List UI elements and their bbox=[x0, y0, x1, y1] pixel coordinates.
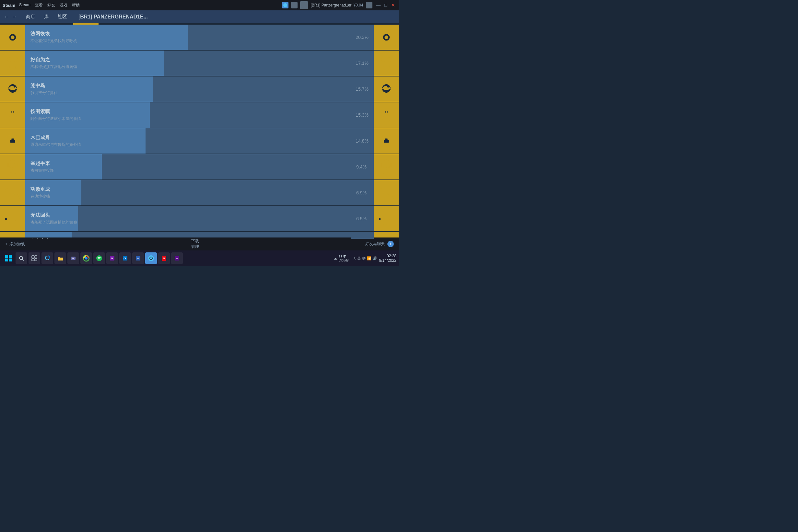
achievement-text: 木已成舟 原谅米歇尔与布鲁斯的婚外情 bbox=[25, 131, 350, 151]
menu-view[interactable]: 查看 bbox=[35, 3, 43, 8]
minimize-button[interactable]: — bbox=[375, 3, 382, 8]
add-game-button[interactable]: + 添加游戏 bbox=[5, 241, 25, 247]
friends-chat-label[interactable]: 好友与聊天 bbox=[365, 241, 385, 247]
explorer-button[interactable] bbox=[54, 252, 66, 264]
svg-line-52 bbox=[16, 112, 19, 114]
svg-rect-104 bbox=[35, 255, 37, 258]
chrome-button[interactable] bbox=[80, 252, 92, 264]
svg-line-16 bbox=[382, 40, 383, 42]
onenote-button[interactable]: N bbox=[106, 252, 118, 264]
achievement-row[interactable]: 法网恢恢 不让霍尔特兄弟找到寻呼机 20.3% bbox=[0, 25, 399, 50]
forward-button[interactable]: → bbox=[12, 14, 17, 20]
achievement-text: 法网恢恢 不让霍尔特兄弟找到寻呼机 bbox=[25, 27, 350, 47]
manage-label[interactable]: 管理 bbox=[191, 244, 199, 249]
search-button[interactable] bbox=[16, 252, 27, 264]
achievement-name: 笼中鸟 bbox=[31, 83, 345, 89]
achievement-pct: 14.8% bbox=[350, 128, 374, 154]
netflix-button[interactable]: N bbox=[158, 252, 170, 264]
menu-help[interactable]: 帮助 bbox=[72, 3, 80, 8]
svg-rect-103 bbox=[32, 255, 34, 258]
achievement-text: 自由之身 护林员让杰逃到加拿大 bbox=[25, 235, 351, 239]
steam-taskbar-button[interactable] bbox=[145, 252, 157, 264]
teams-button[interactable]: M bbox=[68, 252, 79, 264]
achievement-row[interactable]: 无法回头 杰杀死了试图逮捕他的警察 6.5% bbox=[0, 206, 399, 231]
maximize-button[interactable]: □ bbox=[384, 3, 389, 8]
tab-library[interactable]: 库 bbox=[40, 13, 53, 21]
svg-rect-61 bbox=[384, 140, 389, 142]
spotify-button[interactable] bbox=[93, 252, 105, 264]
svg-point-56 bbox=[387, 111, 388, 113]
top-accent bbox=[73, 23, 98, 25]
achievement-row[interactable]: 按图索骥 阿什向丹特透露小木屋的事情 15.3% bbox=[0, 102, 399, 128]
date: 8/14/2022 bbox=[379, 258, 396, 263]
svg-line-51 bbox=[6, 112, 9, 114]
mail-icon[interactable] bbox=[366, 2, 372, 8]
temperature: 63°F bbox=[338, 255, 349, 259]
time: 02:28 bbox=[379, 254, 396, 258]
achievement-row[interactable]: 木已成舟 原谅米歇尔与布鲁斯的婚外情 14.8% bbox=[0, 128, 399, 154]
achievement-row[interactable]: 笼中鸟 莎朋被丹特抓住 15.7% bbox=[0, 76, 399, 102]
back-button[interactable]: ← bbox=[4, 14, 9, 20]
nav-tabs: 商店 库 社区 bbox=[22, 13, 71, 21]
menu-steam[interactable]: Steam bbox=[19, 3, 31, 8]
tab-community[interactable]: 社区 bbox=[54, 13, 71, 21]
app-button[interactable]: A bbox=[171, 252, 183, 264]
achievement-name: 举起手来 bbox=[31, 160, 346, 167]
svg-point-49 bbox=[11, 111, 12, 113]
search-icon bbox=[18, 255, 24, 261]
svg-line-86 bbox=[385, 194, 386, 200]
achievement-icon-left-5 bbox=[0, 154, 25, 179]
outlook-button[interactable]: OL bbox=[119, 252, 131, 264]
app-icon: A bbox=[174, 255, 180, 262]
achievement-pct: 20.3% bbox=[350, 25, 374, 50]
achievement-text: 按图索骥 阿什向丹特透露小木屋的事情 bbox=[25, 105, 350, 125]
svg-rect-60 bbox=[11, 139, 14, 140]
volume-icon[interactable]: 🔊 bbox=[373, 256, 377, 261]
svg-point-48 bbox=[10, 110, 16, 115]
achievement-icon-left-2 bbox=[0, 76, 25, 102]
word-icon: W bbox=[135, 255, 141, 262]
achievement-row[interactable]: 自由之身 护林员让杰逃到加拿大 5.7% bbox=[0, 232, 399, 239]
svg-line-24 bbox=[8, 67, 10, 70]
achievement-pct: 9.4% bbox=[351, 154, 374, 179]
notification-icon[interactable] bbox=[291, 2, 298, 8]
svg-point-36 bbox=[387, 57, 392, 61]
netflix-icon: N bbox=[161, 255, 167, 262]
user-avatar bbox=[300, 1, 308, 9]
svg-point-31 bbox=[381, 57, 385, 61]
svg-point-45 bbox=[387, 86, 389, 88]
close-button[interactable]: ✕ bbox=[390, 3, 396, 8]
achievement-row[interactable]: 功败垂成 在边境被捕 6.9% bbox=[0, 180, 399, 205]
onenote-icon: N bbox=[109, 255, 115, 262]
weather-icon: ☁ bbox=[334, 256, 337, 261]
svg-line-81 bbox=[19, 195, 20, 198]
edge-button[interactable] bbox=[41, 252, 53, 264]
svg-point-120 bbox=[150, 257, 152, 259]
word-button[interactable]: W bbox=[132, 252, 144, 264]
bottom-right: 好友与聊天 + bbox=[365, 241, 394, 247]
download-label[interactable]: 下载 bbox=[191, 239, 199, 244]
lang-en: 英 bbox=[357, 256, 361, 261]
achievement-name: 好自为之 bbox=[31, 57, 345, 63]
add-game-label: 添加游戏 bbox=[10, 241, 25, 247]
tab-store[interactable]: 商店 bbox=[22, 13, 39, 21]
achievement-desc: 在边境被捕 bbox=[31, 194, 346, 199]
chevron-icon[interactable]: ∧ bbox=[353, 256, 356, 261]
svg-point-55 bbox=[385, 111, 386, 113]
menu-friends[interactable]: 好友 bbox=[47, 3, 55, 8]
start-button[interactable] bbox=[3, 252, 14, 264]
achievement-icon-right-5 bbox=[374, 154, 399, 179]
menu-games[interactable]: 游戏 bbox=[60, 3, 68, 8]
svg-line-34 bbox=[382, 67, 384, 70]
achievement-row[interactable]: 举起手来 杰向警察投降 9.4% bbox=[0, 154, 399, 179]
achievement-row[interactable]: 好自为之 杰和维妮莎在营地分道扬镳 17.1% bbox=[0, 51, 399, 76]
svg-rect-93 bbox=[388, 217, 393, 219]
task-view-button[interactable] bbox=[29, 252, 40, 264]
steam-logo: Steam bbox=[3, 3, 15, 8]
achievement-desc: 杰和维妮莎在营地分道扬镳 bbox=[31, 64, 345, 70]
svg-text:OL: OL bbox=[124, 257, 127, 260]
svg-point-110 bbox=[85, 257, 88, 260]
add-friend-button[interactable]: + bbox=[387, 241, 394, 247]
svg-line-77 bbox=[384, 170, 386, 174]
svg-line-35 bbox=[384, 67, 385, 70]
